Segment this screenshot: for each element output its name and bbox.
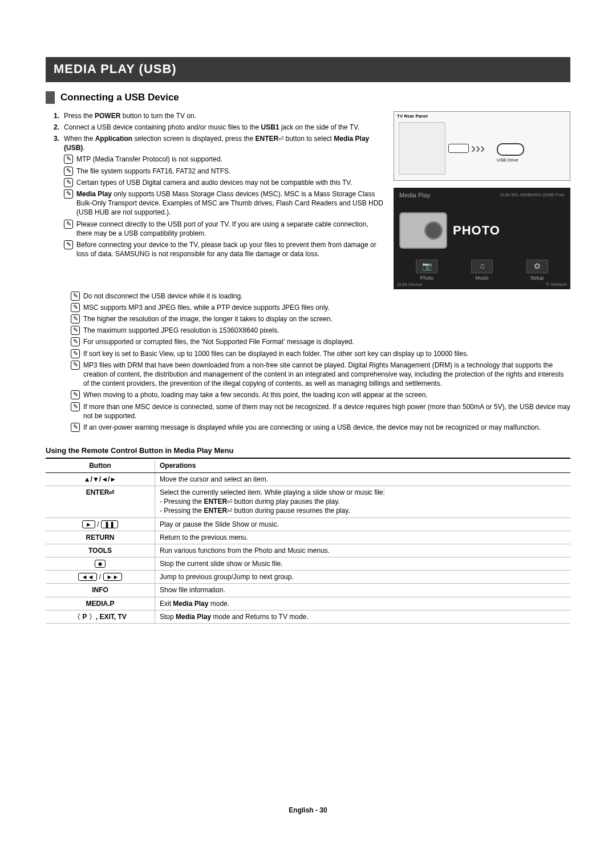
chapter-title: MEDIA PLAY (USB)	[46, 57, 570, 82]
note-item: The maximum supported JPEG resolution is…	[71, 326, 570, 335]
rear-panel-diagram: TV Rear Panel ››› USB Drive	[394, 111, 570, 181]
note-item: When moving to a photo, loading may take…	[71, 390, 570, 399]
page-footer: English - 30	[46, 789, 570, 815]
notes-narrow: MTP (Media Transfer Protocol) is not sup…	[64, 155, 383, 187]
note-item: If sort key is set to Basic View, up to …	[71, 349, 570, 358]
note-item: Before connecting your device to the TV,…	[64, 240, 383, 258]
media-play-screenshot: Media Play SUM 851.86MB/993.02MB Free PH…	[394, 188, 570, 289]
section-title: Connecting a USB Device	[60, 91, 179, 104]
note-msc: Media Play only supports USB Mass Storag…	[64, 189, 383, 217]
note-item: MP3 files with DRM that have been downlo…	[71, 361, 570, 389]
table-title: Using the Remote Control Button in Media…	[46, 446, 570, 458]
note-item: If more than one MSC device is connected…	[71, 402, 570, 421]
note-item: The file system supports FAT16, FAT32 an…	[64, 167, 383, 176]
note-item: Certain types of USB Digital camera and …	[64, 178, 383, 187]
media-thumb: ✿Setup	[526, 260, 548, 282]
notes-wide: Do not disconnect the USB device while i…	[71, 292, 570, 432]
note-item: Please connect directly to the USB port …	[64, 220, 383, 238]
step-1: Press the POWER button to turn the TV on…	[46, 111, 383, 120]
media-thumb: ♫Music	[471, 260, 493, 282]
section-bullet	[46, 91, 55, 104]
note-item: The higher the resolution of the image, …	[71, 314, 570, 324]
notes-narrow2: Please connect directly to the USB port …	[64, 220, 383, 259]
note-item: Do not disconnect the USB device while i…	[71, 292, 570, 301]
enter-icon	[278, 135, 283, 143]
remote-table: Button Operations ▲/▼/◄/► Move the curso…	[46, 458, 570, 624]
note-item: For unsupported or corrupted files, the …	[71, 337, 570, 346]
section-header: Connecting a USB Device	[46, 91, 570, 104]
note-item: MTP (Media Transfer Protocol) is not sup…	[64, 155, 383, 164]
note-item: MSC supports MP3 and JPEG files, while a…	[71, 303, 570, 312]
note-item: If an over-power warning message is disp…	[71, 423, 570, 432]
media-thumb: 📷Photo	[416, 260, 437, 282]
camera-icon	[399, 212, 447, 249]
step-2: Connect a USB device containing photo an…	[46, 123, 383, 132]
step-3: When the Application selection screen is…	[46, 134, 383, 258]
enter-icon	[109, 488, 114, 496]
